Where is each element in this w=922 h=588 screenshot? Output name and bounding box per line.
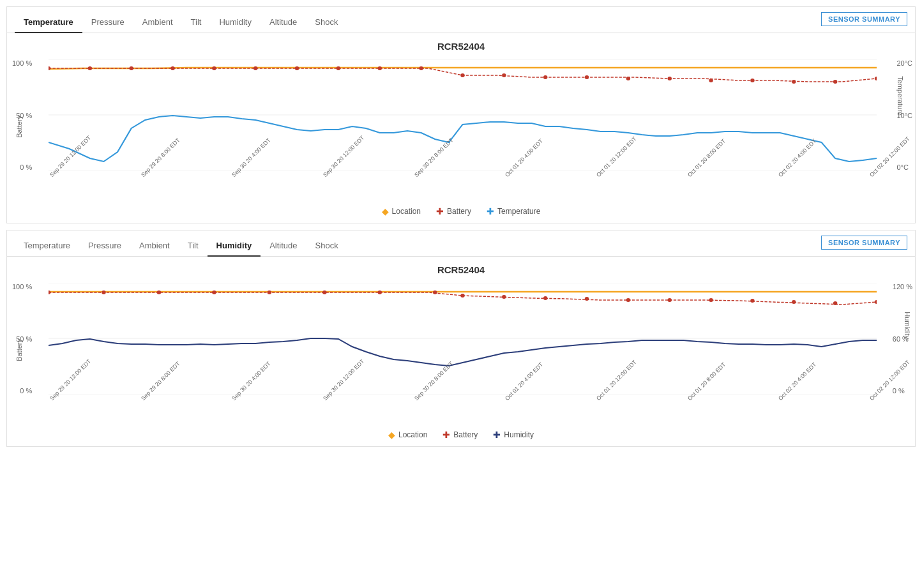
svg-point-30 xyxy=(212,290,216,294)
svg-point-18 xyxy=(668,77,672,80)
x-axis-2: Sep 29 20 12:00 EDT Sep 29 20 8:00 EDT S… xyxy=(49,396,877,431)
svg-point-37 xyxy=(543,296,547,300)
tab-shock-2[interactable]: Shock xyxy=(306,236,347,257)
svg-point-28 xyxy=(102,290,105,294)
svg-point-8 xyxy=(253,66,257,70)
tab-shock-1[interactable]: Shock xyxy=(306,12,347,33)
tab-temperature-1[interactable]: Temperature xyxy=(15,12,82,33)
legend-humidity-2: ✚ Humidity xyxy=(493,430,534,440)
tab-humidity-1[interactable]: Humidity xyxy=(210,12,261,33)
tab-altitude-1[interactable]: Altitude xyxy=(261,12,306,33)
svg-point-4 xyxy=(88,66,92,70)
svg-point-5 xyxy=(129,66,133,70)
tab-altitude-2[interactable]: Altitude xyxy=(261,236,306,257)
svg-point-16 xyxy=(585,75,589,79)
panel-2: Temperature Pressure Ambient Tilt Humidi… xyxy=(6,230,916,447)
svg-point-43 xyxy=(792,300,796,304)
svg-point-36 xyxy=(502,295,506,299)
svg-point-11 xyxy=(378,66,382,70)
chart-title-1: RCR52404 xyxy=(7,33,915,54)
svg-point-19 xyxy=(709,79,713,82)
svg-point-29 xyxy=(157,290,161,294)
tab-bar-1: Temperature Pressure Ambient Tilt Humidi… xyxy=(7,7,915,33)
legend-location-2: ◆ Location xyxy=(388,430,427,440)
legend-battery-2: ✚ Battery xyxy=(442,430,478,440)
svg-point-7 xyxy=(212,66,216,70)
svg-point-40 xyxy=(668,298,672,302)
tab-tilt-1[interactable]: Tilt xyxy=(182,12,211,33)
svg-point-10 xyxy=(336,66,340,70)
svg-point-9 xyxy=(295,66,299,70)
chart-svg-area-1 xyxy=(49,59,877,171)
x-axis-1: Sep 29 20 12:00 EDT Sep 29 20 8:00 EDT S… xyxy=(49,172,877,207)
chart-title-2: RCR52404 xyxy=(7,257,915,278)
sensor-summary-button-2[interactable]: SENSOR SUMMARY xyxy=(821,236,907,250)
svg-point-34 xyxy=(433,290,437,294)
svg-point-23 xyxy=(875,77,877,80)
svg-point-39 xyxy=(626,298,630,302)
svg-point-22 xyxy=(833,80,837,84)
tab-pressure-1[interactable]: Pressure xyxy=(82,12,133,33)
svg-point-31 xyxy=(268,290,271,294)
svg-point-13 xyxy=(460,73,464,77)
y-label-battery-1: Battery xyxy=(15,116,23,138)
svg-point-44 xyxy=(833,301,837,305)
tab-humidity-2[interactable]: Humidity xyxy=(208,236,261,257)
tab-ambient-1[interactable]: Ambient xyxy=(133,12,182,33)
y-label-battery-2: Battery xyxy=(15,339,23,361)
legend-temperature-1: ✚ Temperature xyxy=(487,206,540,216)
svg-point-17 xyxy=(626,77,630,80)
tab-pressure-2[interactable]: Pressure xyxy=(79,236,130,257)
sensor-summary-button-1[interactable]: SENSOR SUMMARY xyxy=(821,12,907,26)
svg-point-21 xyxy=(792,80,796,84)
tab-temperature-2[interactable]: Temperature xyxy=(15,236,79,257)
svg-point-41 xyxy=(709,298,713,302)
tab-ambient-2[interactable]: Ambient xyxy=(130,236,179,257)
svg-point-12 xyxy=(419,66,423,70)
svg-point-20 xyxy=(750,79,754,82)
legend-location-1: ◆ Location xyxy=(382,206,421,216)
svg-point-45 xyxy=(875,300,877,304)
y-label-temperature-1: Temperature xyxy=(896,76,904,116)
tab-tilt-2[interactable]: Tilt xyxy=(179,236,208,257)
svg-point-42 xyxy=(750,299,754,303)
chart-svg-area-2 xyxy=(49,283,877,395)
panel-1: Temperature Pressure Ambient Tilt Humidi… xyxy=(6,6,916,223)
legend-battery-1: ✚ Battery xyxy=(436,206,471,216)
svg-point-6 xyxy=(170,66,174,70)
y-label-humidity-2: Humidity xyxy=(904,312,912,339)
tab-bar-2: Temperature Pressure Ambient Tilt Humidi… xyxy=(7,230,915,257)
svg-point-38 xyxy=(585,297,589,301)
svg-point-33 xyxy=(378,290,382,294)
svg-point-35 xyxy=(460,294,464,298)
svg-point-15 xyxy=(543,75,547,79)
svg-point-32 xyxy=(322,290,326,294)
svg-point-14 xyxy=(502,73,506,77)
